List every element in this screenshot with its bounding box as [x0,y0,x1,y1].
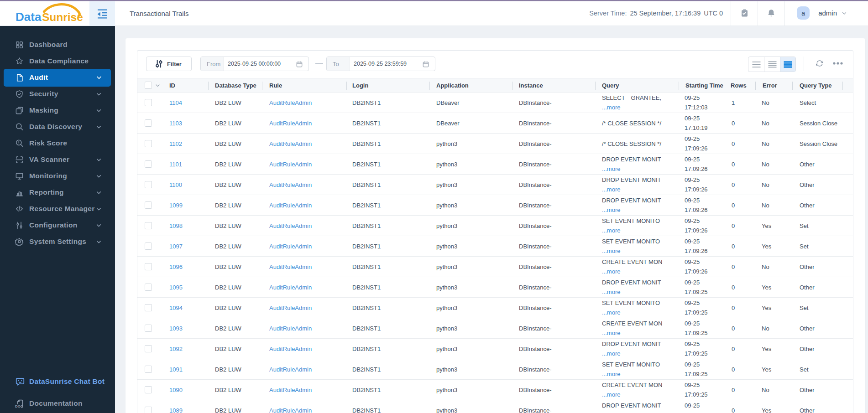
svg-text:Sunrise: Sunrise [42,11,83,23]
svg-text:Data: Data [16,10,42,24]
svg-text:DOC: DOC [15,404,23,408]
